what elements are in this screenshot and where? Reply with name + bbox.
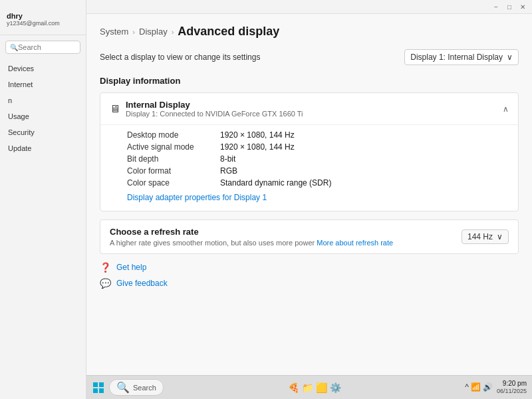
color-space-label: Color space: [127, 178, 220, 188]
display-info-table: Desktop mode 1920 × 1080, 144 Hz Active …: [100, 125, 518, 211]
sidebar-item-n[interactable]: n: [0, 92, 86, 108]
breadcrumb-sep-1: ›: [132, 28, 135, 36]
taskbar-search-label: Search: [133, 384, 156, 392]
info-row-bit-depth: Bit depth 8-bit: [127, 154, 509, 164]
refresh-rate-desc-text: A higher rate gives smoother motion, but…: [110, 239, 315, 247]
monitor-icon: 🖥: [110, 103, 120, 115]
close-button[interactable]: ✕: [519, 3, 527, 11]
clock[interactable]: 9:20 pm 06/11/2025: [497, 380, 527, 395]
svg-rect-0: [93, 382, 98, 387]
desktop-mode-label: Desktop mode: [127, 130, 220, 140]
display-info-header-left: 🖥 Internal Display Display 1: Connected …: [110, 100, 303, 118]
help-section: ❓ Get help 💬 Give feedback: [100, 262, 519, 289]
breadcrumb: System › Display › Advanced display: [100, 25, 519, 39]
color-format-value: RGB: [220, 166, 237, 176]
taskbar-icon-1[interactable]: 🍕: [288, 382, 299, 393]
info-row-color-space: Color space Standard dynamic range (SDR): [127, 178, 509, 188]
page-area: System › Display › Advanced display Sele…: [86, 14, 532, 399]
refresh-rate-dropdown[interactable]: 144 Hz ∨: [462, 229, 509, 244]
display-selector-dropdown[interactable]: Display 1: Internal Display ∨: [404, 49, 519, 65]
taskbar: 🔍 Search 🍕 📁 🟨 ⚙️ ^ 📶 🔊 9:20 pm 06/11/20…: [86, 375, 532, 399]
sidebar-item-devices[interactable]: Devices: [0, 61, 86, 76]
system-tray: ^ 📶 🔊: [465, 382, 493, 392]
bit-depth-label: Bit depth: [127, 154, 220, 164]
clock-date: 06/11/2025: [497, 388, 527, 395]
taskbar-right: ^ 📶 🔊 9:20 pm 06/11/2025: [465, 380, 527, 395]
search-icon: 🔍: [10, 44, 18, 51]
breadcrumb-sep-2: ›: [172, 28, 174, 36]
taskbar-icon-2[interactable]: 📁: [302, 382, 313, 393]
info-row-color-format: Color format RGB: [127, 166, 509, 176]
taskbar-pinned-icons: 🍕 📁 🟨 ⚙️: [288, 382, 341, 393]
refresh-rate-card: Choose a refresh rate A higher rate give…: [100, 219, 519, 254]
window-controls: − □ ✕: [492, 3, 527, 11]
svg-rect-1: [99, 382, 104, 387]
bit-depth-value: 8-bit: [220, 154, 235, 164]
tray-arrow[interactable]: ^: [465, 382, 469, 392]
signal-mode-value: 1920 × 1080, 144 Hz: [220, 142, 295, 152]
sidebar: dhry y12345@gmail.com 🔍 Devices Internet…: [0, 0, 86, 399]
title-bar: − □ ✕: [86, 0, 532, 14]
get-help-link[interactable]: Get help: [116, 263, 146, 272]
breadcrumb-system[interactable]: System: [100, 27, 128, 37]
desktop-mode-value: 1920 × 1080, 144 Hz: [220, 130, 295, 140]
refresh-rate-arrow: ∨: [497, 232, 503, 241]
display-selector-arrow: ∨: [507, 53, 513, 62]
page-title: Advanced display: [178, 25, 279, 39]
select-display-row: Select a display to view or change its s…: [100, 49, 519, 65]
display-selector-value: Display 1: Internal Display: [410, 53, 503, 62]
svg-rect-2: [93, 388, 98, 393]
svg-rect-3: [99, 388, 104, 393]
refresh-rate-left: Choose a refresh rate A higher rate give…: [110, 227, 393, 247]
info-row-signal-mode: Active signal mode 1920 × 1080, 144 Hz: [127, 142, 509, 152]
sidebar-item-update[interactable]: Update: [0, 140, 86, 156]
taskbar-icon-4[interactable]: ⚙️: [330, 382, 341, 393]
give-feedback-link[interactable]: Give feedback: [116, 279, 168, 288]
refresh-rate-header: Choose a refresh rate A higher rate give…: [110, 227, 509, 247]
volume-icon[interactable]: 🔊: [483, 382, 493, 392]
taskbar-icon-3[interactable]: 🟨: [316, 382, 327, 393]
signal-mode-label: Active signal mode: [127, 142, 220, 152]
taskbar-left: 🔍 Search: [92, 379, 164, 396]
search-input[interactable]: [18, 43, 76, 51]
sidebar-item-usage[interactable]: Usage: [0, 108, 86, 124]
sidebar-search[interactable]: 🔍: [5, 41, 80, 54]
display-name-block: Internal Display Display 1: Connected to…: [126, 100, 303, 118]
get-help-item[interactable]: ❓ Get help: [100, 262, 519, 273]
refresh-rate-desc: A higher rate gives smoother motion, but…: [110, 239, 393, 247]
start-button[interactable]: [92, 381, 105, 394]
sidebar-item-security[interactable]: Security: [0, 124, 86, 140]
refresh-rate-value: 144 Hz: [467, 232, 493, 241]
color-space-value: Standard dynamic range (SDR): [220, 178, 331, 188]
maximize-button[interactable]: □: [505, 3, 513, 11]
display-info-header[interactable]: 🖥 Internal Display Display 1: Connected …: [100, 93, 518, 125]
minimize-button[interactable]: −: [492, 3, 500, 11]
user-email: y12345@gmail.com: [7, 20, 79, 27]
sidebar-item-internet[interactable]: Internet: [0, 76, 86, 92]
breadcrumb-display[interactable]: Display: [139, 27, 168, 37]
adapter-properties-link[interactable]: Display adapter properties for Display 1: [127, 193, 267, 202]
windows-logo-icon: [93, 382, 104, 393]
taskbar-search-icon: 🔍: [116, 381, 130, 394]
sidebar-user: dhry y12345@gmail.com: [0, 7, 86, 35]
info-row-desktop-mode: Desktop mode 1920 × 1080, 144 Hz: [127, 130, 509, 140]
network-icon[interactable]: 📶: [471, 382, 481, 392]
more-about-refresh-link[interactable]: More about refresh rate: [317, 239, 393, 247]
display-info-card: 🖥 Internal Display Display 1: Connected …: [100, 92, 519, 211]
user-name: dhry: [7, 12, 79, 20]
display-info-section-title: Display information: [100, 76, 519, 86]
main-content: − □ ✕ System › Display › Advanced displa…: [86, 0, 532, 399]
refresh-rate-title: Choose a refresh rate: [110, 227, 393, 237]
clock-time: 9:20 pm: [503, 380, 527, 388]
select-display-label: Select a display to view or change its s…: [100, 53, 260, 62]
get-help-icon: ❓: [100, 262, 111, 273]
taskbar-search[interactable]: 🔍 Search: [109, 379, 164, 396]
color-format-label: Color format: [127, 166, 220, 176]
give-feedback-icon: 💬: [100, 278, 111, 289]
display-info-chevron[interactable]: ∧: [503, 104, 509, 114]
display-name: Internal Display: [126, 100, 303, 110]
give-feedback-item[interactable]: 💬 Give feedback: [100, 278, 519, 289]
display-subtitle: Display 1: Connected to NVIDIA GeForce G…: [126, 110, 303, 118]
